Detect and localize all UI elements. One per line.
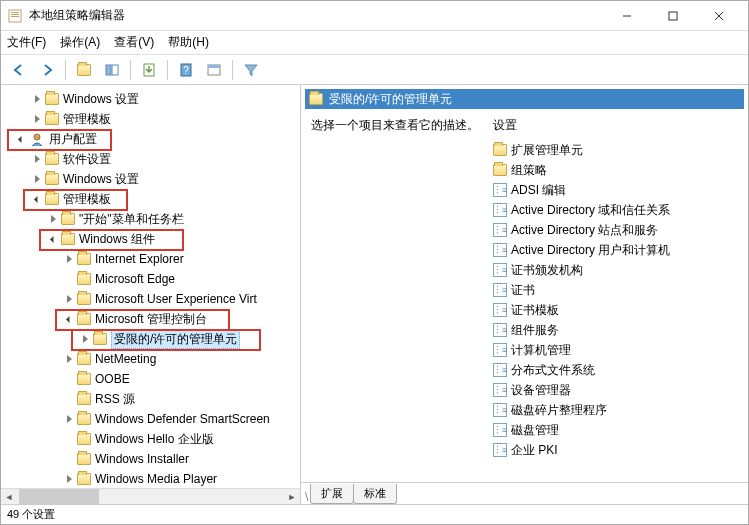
tree-item-mmc[interactable]: Microsoft 管理控制台: [1, 309, 300, 329]
policy-icon: ⋮≡: [493, 323, 507, 337]
tree-item-windows-components[interactable]: Windows 组件: [1, 229, 300, 249]
status-text: 49 个设置: [7, 507, 55, 522]
tree-item[interactable]: Windows Installer: [1, 449, 300, 469]
show-hide-tree-button[interactable]: [100, 58, 124, 82]
user-icon: [29, 131, 45, 147]
setting-item[interactable]: ⋮≡组件服务: [493, 320, 744, 340]
folder-icon: [77, 413, 91, 425]
close-button[interactable]: [696, 2, 742, 30]
setting-item[interactable]: ⋮≡Active Directory 用户和计算机: [493, 240, 744, 260]
policy-icon: ⋮≡: [493, 343, 507, 357]
setting-item[interactable]: ⋮≡Active Directory 站点和服务: [493, 220, 744, 240]
tree-item[interactable]: Windows 设置: [1, 169, 300, 189]
details-header-label: 受限的/许可的管理单元: [329, 91, 452, 108]
setting-item[interactable]: ⋮≡ADSI 编辑: [493, 180, 744, 200]
folder-icon: [77, 393, 91, 405]
tree-item[interactable]: OOBE: [1, 369, 300, 389]
collapse-icon[interactable]: [31, 193, 43, 205]
policy-icon: ⋮≡: [493, 363, 507, 377]
properties-button[interactable]: [202, 58, 226, 82]
tree-pane[interactable]: Windows 设置 管理模板 用户配置 软件设置 Windows 设置 管理模…: [1, 85, 301, 504]
setting-item[interactable]: ⋮≡磁盘碎片整理程序: [493, 400, 744, 420]
tree-hscrollbar[interactable]: ◄ ►: [1, 488, 300, 504]
tree-item[interactable]: Windows 设置: [1, 89, 300, 109]
tree-item[interactable]: Microsoft Edge: [1, 269, 300, 289]
svg-rect-5: [669, 12, 677, 20]
setting-item[interactable]: ⋮≡设备管理器: [493, 380, 744, 400]
setting-item[interactable]: ⋮≡Active Directory 域和信任关系: [493, 200, 744, 220]
folder-icon: [77, 473, 91, 485]
menu-view[interactable]: 查看(V): [114, 34, 154, 51]
folder-icon: [45, 113, 59, 125]
collapse-icon[interactable]: [15, 133, 27, 145]
filter-button[interactable]: [239, 58, 263, 82]
settings-header[interactable]: 设置: [493, 117, 744, 134]
menu-file[interactable]: 文件(F): [7, 34, 46, 51]
maximize-button[interactable]: [650, 2, 696, 30]
tree-item[interactable]: 管理模板: [1, 109, 300, 129]
up-button[interactable]: [72, 58, 96, 82]
tree-item[interactable]: 软件设置: [1, 149, 300, 169]
svg-rect-3: [11, 16, 19, 17]
tree-item[interactable]: Microsoft User Experience Virt: [1, 289, 300, 309]
tree-item-admin-templates[interactable]: 管理模板: [1, 189, 300, 209]
tree-item[interactable]: Windows Defender SmartScreen: [1, 409, 300, 429]
folder-icon: [77, 373, 91, 385]
toolbar: ?: [1, 55, 748, 85]
tab-extended[interactable]: 扩展: [310, 484, 354, 504]
policy-icon: ⋮≡: [493, 403, 507, 417]
expand-icon[interactable]: [63, 293, 75, 305]
expand-icon[interactable]: [31, 93, 43, 105]
details-header: 受限的/许可的管理单元: [305, 89, 744, 109]
expand-icon[interactable]: [31, 173, 43, 185]
expand-icon[interactable]: [31, 113, 43, 125]
folder-icon: [77, 433, 91, 445]
setting-item[interactable]: ⋮≡计算机管理: [493, 340, 744, 360]
tree-item[interactable]: Internet Explorer: [1, 249, 300, 269]
scroll-right-icon[interactable]: ►: [284, 489, 300, 504]
policy-icon: ⋮≡: [493, 183, 507, 197]
expand-icon[interactable]: [63, 473, 75, 485]
setting-item-folder[interactable]: 组策略: [493, 160, 744, 180]
policy-icon: ⋮≡: [493, 203, 507, 217]
folder-icon: [77, 293, 91, 305]
tree-item[interactable]: RSS 源: [1, 389, 300, 409]
window-title: 本地组策略编辑器: [29, 7, 604, 24]
help-button[interactable]: ?: [174, 58, 198, 82]
menu-action[interactable]: 操作(A): [60, 34, 100, 51]
svg-rect-2: [11, 14, 19, 15]
expand-icon[interactable]: [63, 353, 75, 365]
setting-item[interactable]: ⋮≡证书颁发机构: [493, 260, 744, 280]
collapse-icon[interactable]: [63, 313, 75, 325]
policy-icon: ⋮≡: [493, 383, 507, 397]
tree-item[interactable]: Windows Media Player: [1, 469, 300, 489]
tree-item-restricted-snapins[interactable]: 受限的/许可的管理单元: [1, 329, 300, 349]
collapse-icon[interactable]: [47, 233, 59, 245]
setting-item[interactable]: ⋮≡证书: [493, 280, 744, 300]
scroll-thumb[interactable]: [19, 489, 99, 504]
minimize-button[interactable]: [604, 2, 650, 30]
forward-button[interactable]: [35, 58, 59, 82]
setting-item[interactable]: ⋮≡磁盘管理: [493, 420, 744, 440]
expand-icon[interactable]: [63, 413, 75, 425]
tab-standard[interactable]: 标准: [353, 484, 397, 504]
setting-item-folder[interactable]: 扩展管理单元: [493, 140, 744, 160]
back-button[interactable]: [7, 58, 31, 82]
menu-help[interactable]: 帮助(H): [168, 34, 209, 51]
setting-item[interactable]: ⋮≡分布式文件系统: [493, 360, 744, 380]
setting-item[interactable]: ⋮≡企业 PKI: [493, 440, 744, 460]
tree-item[interactable]: Windows Hello 企业版: [1, 429, 300, 449]
export-button[interactable]: [137, 58, 161, 82]
expand-icon[interactable]: [31, 153, 43, 165]
setting-item[interactable]: ⋮≡证书模板: [493, 300, 744, 320]
scroll-left-icon[interactable]: ◄: [1, 489, 17, 504]
tree-item-user-config[interactable]: 用户配置: [1, 129, 300, 149]
tree-item[interactable]: NetMeeting: [1, 349, 300, 369]
tree-item[interactable]: "开始"菜单和任务栏: [1, 209, 300, 229]
expand-icon[interactable]: [63, 253, 75, 265]
expand-icon[interactable]: [79, 333, 91, 345]
expand-icon[interactable]: [47, 213, 59, 225]
folder-icon: [45, 193, 59, 205]
folder-icon: [45, 93, 59, 105]
folder-icon: [77, 353, 91, 365]
